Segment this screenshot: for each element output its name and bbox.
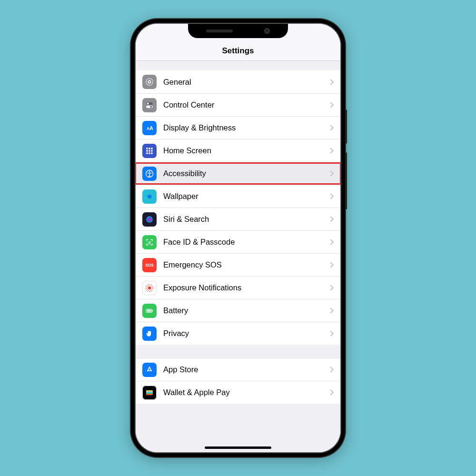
chevron-right-icon: [330, 330, 334, 337]
settings-row-exposure-notifications[interactable]: Exposure Notifications: [136, 276, 340, 299]
svg-rect-9: [149, 148, 150, 149]
svg-rect-12: [149, 150, 150, 151]
settings-row-label: Battery: [163, 306, 330, 315]
settings-row-control-center[interactable]: Control Center: [136, 93, 340, 116]
settings-row-faceid-passcode[interactable]: Face ID & Passcode: [136, 230, 340, 253]
flower-icon: [142, 189, 157, 204]
settings-row-label: Wallet & Apple Pay: [163, 388, 330, 397]
settings-row-label: App Store: [163, 365, 330, 374]
hand-icon: [142, 327, 157, 341]
chevron-right-icon: [330, 389, 334, 396]
settings-list[interactable]: GeneralControl CenterAADisplay & Brightn…: [136, 61, 340, 452]
settings-row-home-screen[interactable]: Home Screen: [136, 139, 340, 162]
svg-point-18: [149, 171, 150, 172]
settings-row-privacy[interactable]: Privacy: [136, 322, 340, 345]
accessibility-icon: [142, 167, 157, 181]
battery-icon: [142, 304, 157, 318]
grid-icon: [142, 144, 157, 158]
front-camera: [264, 28, 270, 34]
settings-row-display-brightness[interactable]: AADisplay & Brightness: [136, 116, 340, 139]
sos-icon: SOS: [142, 258, 157, 272]
exposure-icon: [142, 281, 157, 295]
settings-row-label: Control Center: [163, 100, 330, 109]
chevron-right-icon: [330, 367, 334, 373]
settings-row-label: Siri & Search: [163, 215, 330, 224]
chevron-right-icon: [330, 125, 334, 131]
aa-icon: AA: [142, 121, 157, 135]
svg-rect-31: [147, 310, 151, 311]
settings-row-siri-search[interactable]: Siri & Search: [136, 208, 340, 230]
settings-row-label: Emergency SOS: [163, 260, 330, 269]
settings-row-general[interactable]: General: [136, 70, 340, 93]
svg-rect-36: [146, 393, 152, 394]
faceid-icon: [142, 235, 157, 249]
svg-point-27: [148, 286, 151, 289]
settings-row-battery[interactable]: Battery: [136, 299, 340, 322]
svg-point-25: [150, 241, 151, 242]
svg-rect-15: [149, 152, 150, 154]
svg-point-24: [148, 241, 149, 242]
toggles-icon: [142, 98, 157, 112]
settings-row-app-store[interactable]: App Store: [136, 358, 340, 381]
appstore-icon: [142, 363, 157, 377]
svg-point-3: [147, 102, 149, 104]
svg-point-1: [148, 80, 150, 83]
svg-text:SOS: SOS: [145, 263, 154, 268]
chevron-right-icon: [330, 307, 334, 314]
phone-frame: Settings GeneralControl CenterAADisplay …: [131, 19, 345, 457]
gear-icon: [142, 75, 157, 89]
svg-rect-35: [146, 391, 152, 393]
svg-rect-16: [151, 152, 152, 154]
chevron-right-icon: [330, 79, 334, 85]
svg-rect-32: [152, 310, 153, 311]
settings-row-label: Home Screen: [163, 146, 330, 155]
chevron-right-icon: [330, 262, 334, 268]
settings-row-label: Privacy: [163, 329, 330, 338]
home-indicator[interactable]: [205, 446, 271, 449]
svg-rect-10: [151, 148, 152, 149]
chevron-right-icon: [330, 148, 334, 154]
chevron-right-icon: [330, 102, 334, 109]
settings-row-label: Wallpaper: [163, 192, 330, 201]
settings-row-label: Exposure Notifications: [163, 283, 330, 292]
settings-row-label: General: [163, 78, 330, 87]
speaker-grille: [206, 30, 233, 32]
siri-icon: [142, 212, 157, 227]
svg-rect-37: [146, 394, 152, 395]
settings-row-label: Display & Brightness: [163, 123, 330, 132]
phone-notch: [188, 24, 288, 38]
svg-rect-11: [146, 150, 148, 151]
chevron-right-icon: [330, 285, 334, 291]
svg-point-5: [150, 106, 152, 108]
svg-point-0: [146, 79, 153, 85]
settings-row-label: Face ID & Passcode: [163, 238, 330, 247]
settings-row-accessibility[interactable]: Accessibility: [136, 162, 340, 185]
chevron-right-icon: [330, 216, 334, 223]
svg-rect-8: [146, 148, 148, 149]
svg-rect-34: [146, 390, 152, 392]
settings-group: App StoreWallet & Apple Pay: [136, 358, 340, 404]
wallet-icon: [142, 386, 157, 400]
settings-row-emergency-sos[interactable]: SOSEmergency SOS: [136, 253, 340, 276]
settings-row-wallet-apple-pay[interactable]: Wallet & Apple Pay: [136, 381, 340, 404]
svg-text:A: A: [149, 125, 153, 131]
chevron-right-icon: [330, 170, 334, 177]
settings-row-label: Accessibility: [163, 169, 330, 178]
settings-group: GeneralControl CenterAADisplay & Brightn…: [136, 70, 340, 345]
settings-row-wallpaper[interactable]: Wallpaper: [136, 185, 340, 208]
page-title: Settings: [222, 46, 254, 56]
phone-bezel: Settings GeneralControl CenterAADisplay …: [135, 23, 341, 453]
svg-point-23: [146, 216, 152, 222]
chevron-right-icon: [330, 193, 334, 200]
screen: Settings GeneralControl CenterAADisplay …: [136, 24, 340, 452]
svg-rect-13: [151, 150, 152, 151]
svg-rect-14: [146, 152, 148, 154]
chevron-right-icon: [330, 239, 334, 246]
